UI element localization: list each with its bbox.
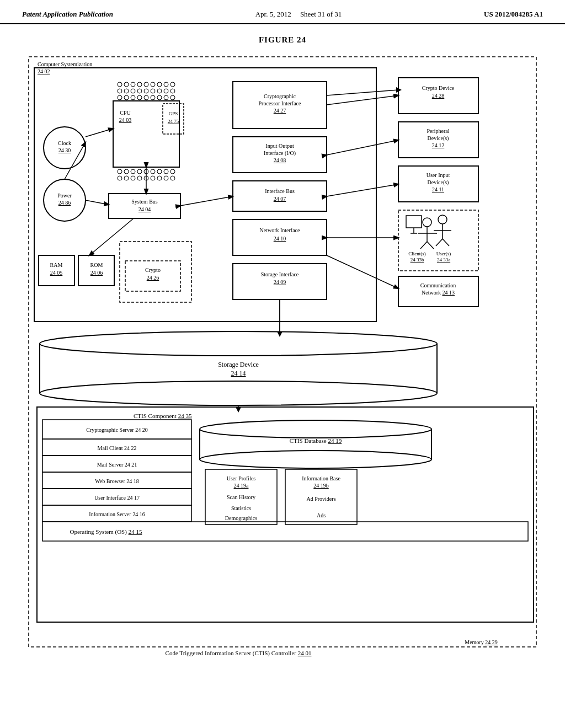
svg-point-50: [124, 176, 129, 180]
svg-text:Network Interface: Network Interface: [259, 227, 300, 233]
svg-rect-113: [406, 216, 422, 228]
svg-rect-1: [34, 68, 376, 322]
page-header: Patent Application Publication Apr. 5, 2…: [0, 0, 565, 24]
diagram-svg: Computer Systemization 24 02 Clock 24 30: [23, 51, 542, 658]
svg-point-49: [118, 176, 122, 180]
svg-point-108: [438, 215, 447, 224]
svg-text:Web Browser 24 18: Web Browser 24 18: [95, 478, 138, 484]
svg-text:RAM: RAM: [50, 262, 63, 268]
svg-point-21: [151, 89, 155, 93]
svg-text:24 02: 24 02: [38, 68, 50, 74]
figure-title: FIGURE 24: [22, 35, 543, 45]
svg-point-42: [131, 169, 135, 174]
svg-text:Device(s): Device(s): [428, 135, 449, 142]
svg-point-7: [118, 82, 122, 87]
svg-point-16: [118, 89, 122, 93]
svg-point-15: [170, 82, 175, 87]
svg-text:24 09: 24 09: [274, 279, 286, 285]
svg-point-12: [151, 82, 155, 87]
svg-point-14: [164, 82, 168, 87]
svg-text:Crypto: Crypto: [145, 267, 161, 273]
header-right: US 2012/084285 A1: [484, 10, 543, 19]
svg-point-45: [151, 169, 155, 174]
svg-text:Network 24 13: Network 24 13: [422, 290, 455, 296]
header-center: Apr. 5, 2012 Sheet 31 of 31: [255, 10, 342, 19]
svg-line-128: [89, 218, 134, 255]
svg-point-51: [131, 176, 135, 180]
svg-text:User Input: User Input: [427, 172, 450, 178]
svg-text:CPU: CPU: [120, 110, 131, 116]
svg-line-129: [327, 95, 398, 105]
svg-text:24 28: 24 28: [432, 93, 445, 99]
svg-marker-178: [236, 407, 241, 413]
svg-point-13: [157, 82, 162, 87]
svg-point-146: [200, 451, 431, 468]
svg-text:Communication: Communication: [420, 282, 456, 288]
svg-text:User Interface 24 17: User Interface 24 17: [94, 495, 140, 501]
svg-point-31: [157, 95, 162, 100]
svg-point-18: [131, 89, 135, 93]
svg-text:24 10: 24 10: [274, 235, 286, 242]
svg-point-17: [124, 89, 129, 93]
svg-point-57: [170, 176, 175, 180]
svg-point-28: [137, 95, 142, 100]
svg-point-9: [131, 82, 135, 87]
svg-line-179: [327, 90, 398, 95]
svg-point-19: [137, 89, 142, 93]
svg-text:Peripheral: Peripheral: [427, 128, 449, 134]
svg-point-20: [144, 89, 148, 93]
svg-text:Code Triggered Information Ser: Code Triggered Information Server (CTIS)…: [166, 650, 312, 657]
svg-text:24 75: 24 75: [168, 119, 179, 124]
svg-text:24 08: 24 08: [274, 157, 286, 163]
svg-text:24 27: 24 27: [274, 108, 286, 114]
svg-text:Power: Power: [57, 192, 72, 199]
svg-point-23: [164, 89, 168, 93]
svg-text:24 05: 24 05: [50, 270, 63, 276]
svg-point-43: [137, 169, 142, 174]
svg-point-32: [164, 95, 168, 100]
svg-point-138: [40, 381, 437, 405]
svg-text:24 06: 24 06: [90, 270, 103, 276]
svg-text:24 33b: 24 33b: [411, 257, 424, 263]
svg-line-123: [86, 129, 113, 137]
svg-text:Information Base: Information Base: [302, 475, 340, 481]
svg-text:System Bus: System Bus: [131, 199, 158, 205]
svg-line-134: [327, 255, 398, 288]
svg-line-131: [327, 184, 398, 196]
svg-text:Processor Interface: Processor Interface: [259, 100, 301, 106]
svg-text:Clock: Clock: [58, 140, 71, 146]
header-date: Apr. 5, 2012: [255, 10, 291, 18]
svg-line-111: [436, 239, 443, 246]
svg-line-127: [180, 196, 233, 206]
svg-text:24 04: 24 04: [138, 206, 151, 212]
svg-line-125: [86, 200, 109, 205]
svg-point-30: [151, 95, 155, 100]
svg-point-41: [124, 169, 129, 174]
svg-point-54: [151, 176, 155, 180]
svg-text:24 03: 24 03: [119, 117, 132, 123]
svg-point-27: [131, 95, 135, 100]
svg-text:GPS: GPS: [169, 111, 178, 116]
svg-point-103: [423, 218, 431, 227]
svg-text:User Profiles: User Profiles: [227, 475, 256, 481]
svg-line-106: [420, 242, 427, 249]
svg-text:24 26: 24 26: [147, 275, 159, 281]
svg-text:24 33a: 24 33a: [437, 257, 450, 263]
svg-text:Mail Server 24 21: Mail Server 24 21: [97, 462, 137, 468]
svg-text:Storage Interface: Storage Interface: [261, 271, 299, 277]
svg-text:Cryptographic Server 24 20: Cryptographic Server 24 20: [86, 427, 147, 433]
svg-point-47: [164, 169, 168, 174]
svg-line-130: [327, 140, 398, 155]
svg-point-29: [144, 95, 148, 100]
svg-text:24 86: 24 86: [58, 200, 71, 206]
svg-text:Mail Client 24 22: Mail Client 24 22: [98, 445, 137, 451]
svg-point-24: [170, 89, 175, 93]
header-sheet: Sheet 31 of 31: [300, 10, 342, 18]
svg-point-22: [157, 89, 162, 93]
svg-point-48: [170, 169, 175, 174]
svg-text:Device(s): Device(s): [428, 179, 449, 186]
svg-text:Information Server 24 16: Information Server 24 16: [89, 511, 145, 517]
svg-line-107: [427, 242, 434, 249]
svg-point-26: [124, 95, 129, 100]
svg-point-56: [164, 176, 168, 180]
